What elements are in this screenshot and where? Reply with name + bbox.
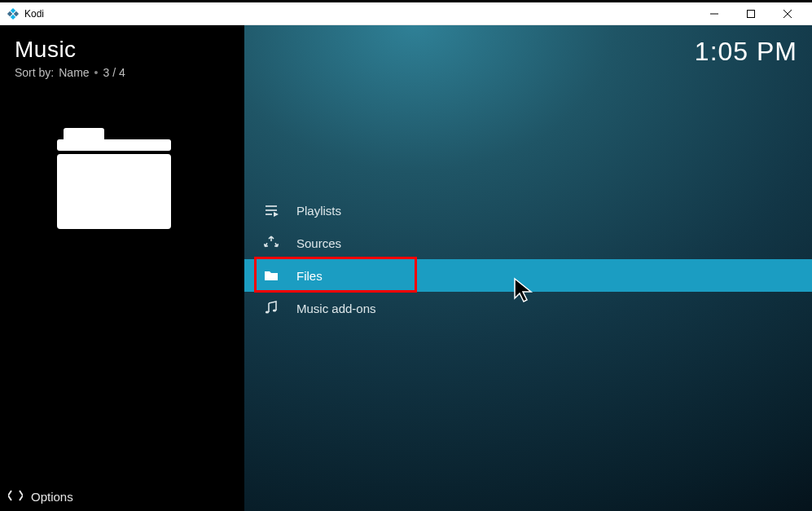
mouse-cursor-icon	[513, 277, 536, 308]
folder-icon	[264, 268, 279, 283]
app-body: Music Sort by: Name • 3 / 4 Options	[0, 25, 812, 511]
playlist-icon	[264, 203, 279, 218]
maximize-button[interactable]	[732, 2, 769, 25]
window-controls	[696, 2, 805, 25]
sort-info[interactable]: Sort by: Name • 3 / 4	[15, 66, 244, 79]
menu-item-label: Files	[296, 269, 323, 283]
sort-value: Name	[59, 66, 89, 79]
music-note-icon	[264, 301, 279, 315]
menu-item-label: Playlists	[296, 204, 341, 218]
menu-item-sources[interactable]: Sources	[244, 227, 812, 259]
menu-item-playlists[interactable]: Playlists	[244, 194, 812, 227]
kodi-logo-icon	[7, 7, 20, 20]
svg-rect-2	[7, 11, 12, 15]
window-titlebar: Kodi	[0, 2, 812, 25]
folder-preview-icon	[57, 128, 244, 233]
svg-rect-10	[57, 154, 171, 229]
svg-point-15	[266, 311, 269, 313]
sources-icon	[264, 236, 279, 250]
svg-rect-0	[11, 7, 15, 12]
main-content: 1:05 PM Playlists	[244, 25, 812, 511]
options-label: Options	[31, 490, 73, 504]
close-button[interactable]	[769, 2, 805, 25]
menu-item-label: Music add-ons	[296, 302, 376, 315]
svg-rect-3	[11, 14, 15, 19]
options-bar[interactable]: Options	[0, 482, 244, 511]
svg-marker-14	[274, 212, 279, 217]
page-title: Music	[15, 37, 244, 63]
svg-rect-5	[747, 10, 754, 17]
window-title: Kodi	[24, 8, 696, 20]
clock: 1:05 PM	[695, 37, 797, 67]
separator-dot: •	[94, 66, 99, 79]
svg-point-16	[273, 309, 276, 311]
sort-label: Sort by:	[15, 66, 54, 79]
options-icon	[8, 489, 23, 504]
menu-item-label: Sources	[296, 236, 341, 250]
sidebar: Music Sort by: Name • 3 / 4 Options	[0, 25, 244, 511]
item-index: 3 / 4	[103, 66, 125, 79]
svg-rect-9	[57, 139, 171, 151]
svg-rect-1	[14, 11, 19, 15]
minimize-button[interactable]	[696, 2, 732, 25]
